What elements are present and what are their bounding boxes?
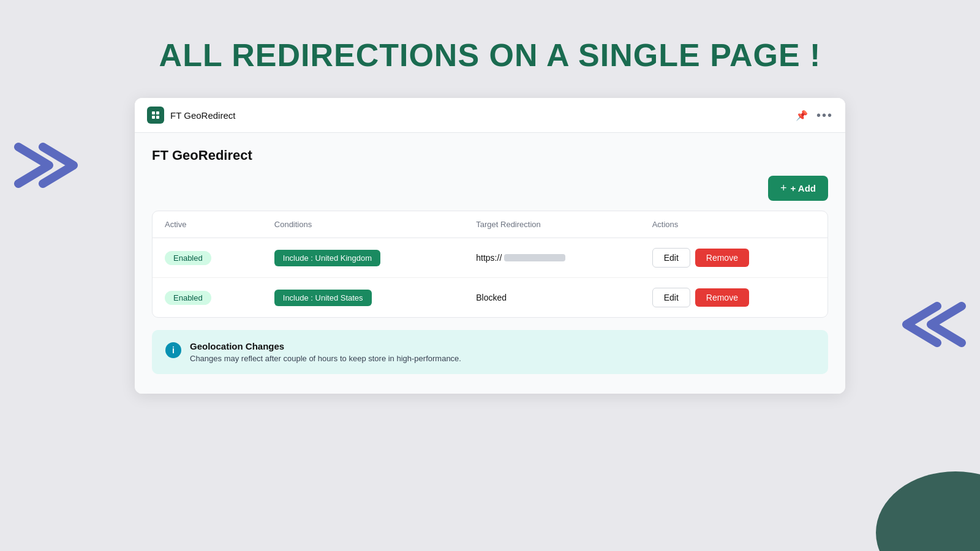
actions-cell: Edit Remove <box>652 288 815 307</box>
url-prefix: https:// <box>476 253 502 263</box>
svg-rect-2 <box>156 111 159 114</box>
remove-button-1[interactable]: Remove <box>695 249 749 267</box>
col-actions: Actions <box>640 211 827 238</box>
status-badge: Enabled <box>165 251 211 265</box>
app-icon <box>147 107 164 124</box>
info-title: Geolocation Changes <box>190 341 461 351</box>
info-body: Changes may reflect after couple of hour… <box>190 354 461 363</box>
edit-button-1[interactable]: Edit <box>652 248 690 268</box>
status-badge: Enabled <box>165 291 211 305</box>
main-title: ALL REDIRECTIONS ON A SINGLE PAGE ! <box>0 37 980 73</box>
titlebar-left: FT GeoRedirect <box>147 107 235 124</box>
target-blocked: Blocked <box>476 293 507 302</box>
condition-badge: Include : United Kingdom <box>274 250 380 266</box>
row2-active: Enabled <box>153 278 262 318</box>
redirections-table-container: Active Conditions Target Redirection Act… <box>152 211 828 318</box>
window-titlebar: FT GeoRedirect 📌 ••• <box>135 98 845 133</box>
svg-rect-1 <box>152 111 155 114</box>
target-url: https:// <box>476 253 627 263</box>
url-mask <box>504 254 565 261</box>
page-title: FT GeoRedirect <box>152 148 828 163</box>
row1-condition: Include : United Kingdom <box>262 238 464 278</box>
more-icon[interactable]: ••• <box>816 108 833 122</box>
row1-actions: Edit Remove <box>640 238 827 278</box>
app-window: FT GeoRedirect 📌 ••• FT GeoRedirect + + … <box>135 98 845 394</box>
window-title: FT GeoRedirect <box>170 110 235 121</box>
condition-badge: Include : United States <box>274 290 372 306</box>
table-body: Enabled Include : United Kingdom https:/… <box>153 238 827 318</box>
row2-target: Blocked <box>464 278 639 318</box>
actions-cell: Edit Remove <box>652 248 815 268</box>
row1-target: https:// <box>464 238 639 278</box>
svg-point-0 <box>876 471 980 551</box>
row2-condition: Include : United States <box>262 278 464 318</box>
row1-active: Enabled <box>153 238 262 278</box>
toolbar-row: + + Add <box>152 176 828 201</box>
pin-icon[interactable]: 📌 <box>796 110 808 121</box>
add-button-label: + Add <box>790 183 816 193</box>
add-button[interactable]: + + Add <box>768 176 828 201</box>
col-target: Target Redirection <box>464 211 639 238</box>
svg-rect-3 <box>152 116 155 119</box>
col-conditions: Conditions <box>262 211 464 238</box>
add-icon: + <box>780 182 787 195</box>
info-box: i Geolocation Changes Changes may reflec… <box>152 330 828 374</box>
row2-actions: Edit Remove <box>640 278 827 318</box>
titlebar-right: 📌 ••• <box>796 108 833 122</box>
window-content: FT GeoRedirect + + Add Active Conditions… <box>135 133 845 394</box>
info-text: Geolocation Changes Changes may reflect … <box>190 341 461 363</box>
edit-button-2[interactable]: Edit <box>652 288 690 307</box>
remove-button-2[interactable]: Remove <box>695 288 749 307</box>
redirections-table: Active Conditions Target Redirection Act… <box>153 211 827 317</box>
page-heading: ALL REDIRECTIONS ON A SINGLE PAGE ! <box>0 0 980 98</box>
col-active: Active <box>153 211 262 238</box>
svg-rect-4 <box>156 116 159 119</box>
info-icon: i <box>165 342 181 358</box>
table-row: Enabled Include : United States Blocked … <box>153 278 827 318</box>
table-header: Active Conditions Target Redirection Act… <box>153 211 827 238</box>
table-row: Enabled Include : United Kingdom https:/… <box>153 238 827 278</box>
